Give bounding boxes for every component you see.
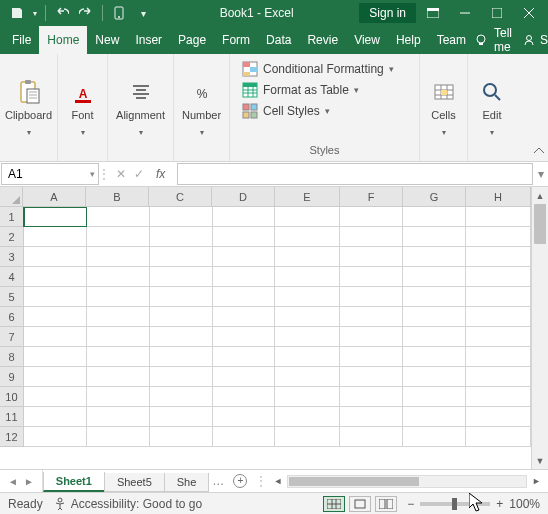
cell[interactable] <box>466 347 531 367</box>
cell[interactable] <box>403 207 466 227</box>
save-dropdown-icon[interactable]: ▾ <box>30 2 40 24</box>
new-sheet-button[interactable]: + <box>230 470 250 492</box>
cell[interactable] <box>403 347 466 367</box>
row-header[interactable]: 8 <box>0 347 24 367</box>
collapse-ribbon-icon[interactable] <box>532 144 546 158</box>
cell[interactable] <box>275 307 340 327</box>
editing-button[interactable]: Edit▾ <box>475 77 509 138</box>
cell[interactable] <box>150 387 213 407</box>
cell[interactable] <box>275 427 340 447</box>
tab-inser[interactable]: Inser <box>127 26 170 54</box>
cell[interactable] <box>24 427 87 447</box>
number-button[interactable]: % Number▾ <box>178 77 225 138</box>
cell[interactable] <box>87 367 150 387</box>
column-header[interactable]: F <box>340 187 403 207</box>
cells-button[interactable]: Cells▾ <box>427 77 461 138</box>
cell[interactable] <box>403 367 466 387</box>
cell[interactable] <box>275 387 340 407</box>
cell[interactable] <box>24 307 87 327</box>
cell[interactable] <box>340 387 403 407</box>
normal-view-icon[interactable] <box>323 496 345 512</box>
column-header[interactable]: E <box>275 187 340 207</box>
cell[interactable] <box>150 347 213 367</box>
tellme-label[interactable]: Tell me <box>494 26 516 54</box>
cell[interactable] <box>150 427 213 447</box>
cell[interactable] <box>340 207 403 227</box>
cell[interactable] <box>403 307 466 327</box>
zoom-slider[interactable] <box>420 502 490 506</box>
cell[interactable] <box>403 327 466 347</box>
cell[interactable] <box>403 387 466 407</box>
row-header[interactable]: 7 <box>0 327 24 347</box>
column-header[interactable]: D <box>212 187 275 207</box>
cell[interactable] <box>213 267 276 287</box>
sheet-tab[interactable]: Sheet1 <box>43 472 105 492</box>
tellme-bulb-icon[interactable] <box>474 31 488 49</box>
name-box-input[interactable] <box>8 167 92 181</box>
formula-input[interactable] <box>177 163 533 185</box>
cell[interactable] <box>150 407 213 427</box>
cell[interactable] <box>24 207 87 227</box>
cell[interactable] <box>24 267 87 287</box>
cell[interactable] <box>403 227 466 247</box>
cell[interactable] <box>466 367 531 387</box>
save-icon[interactable] <box>6 2 28 24</box>
zoom-out-icon[interactable]: − <box>407 497 414 511</box>
cell[interactable] <box>403 287 466 307</box>
font-button[interactable]: A Font▾ <box>66 77 100 138</box>
cell[interactable] <box>213 247 276 267</box>
cell[interactable] <box>213 367 276 387</box>
page-break-view-icon[interactable] <box>375 496 397 512</box>
cell[interactable] <box>24 227 87 247</box>
cell[interactable] <box>340 247 403 267</box>
scroll-up-icon[interactable]: ▲ <box>532 187 548 204</box>
cell[interactable] <box>466 267 531 287</box>
cell[interactable] <box>213 207 276 227</box>
cell[interactable] <box>87 287 150 307</box>
cell[interactable] <box>150 367 213 387</box>
cell[interactable] <box>340 407 403 427</box>
close-icon[interactable] <box>514 0 544 26</box>
page-layout-view-icon[interactable] <box>349 496 371 512</box>
cell[interactable] <box>213 227 276 247</box>
cell[interactable] <box>466 207 531 227</box>
maximize-icon[interactable] <box>482 0 512 26</box>
horizontal-scroll-thumb[interactable] <box>289 477 419 486</box>
sheet-nav-prev-icon[interactable]: ◄ <box>8 476 18 487</box>
scroll-down-icon[interactable]: ▼ <box>532 452 548 469</box>
cell[interactable] <box>213 427 276 447</box>
alignment-button[interactable]: Alignment▾ <box>112 77 169 138</box>
cell[interactable] <box>340 427 403 447</box>
tab-revie[interactable]: Revie <box>299 26 346 54</box>
cell[interactable] <box>150 227 213 247</box>
name-box-dropdown-icon[interactable]: ▾ <box>90 169 95 179</box>
paste-button[interactable]: Clipboard▾ <box>1 77 56 138</box>
redo-icon[interactable] <box>75 2 97 24</box>
cell[interactable] <box>466 327 531 347</box>
cell[interactable] <box>213 327 276 347</box>
vertical-scroll-thumb[interactable] <box>534 204 546 244</box>
row-header[interactable]: 1 <box>0 207 24 227</box>
cell[interactable] <box>275 347 340 367</box>
cell[interactable] <box>403 247 466 267</box>
cell[interactable] <box>87 267 150 287</box>
format-as-table-button[interactable]: Format as Table▾ <box>240 81 409 99</box>
cell[interactable] <box>275 227 340 247</box>
column-header[interactable]: G <box>403 187 466 207</box>
share-button[interactable]: Sha <box>522 33 548 47</box>
cell[interactable] <box>150 307 213 327</box>
row-header[interactable]: 2 <box>0 227 24 247</box>
row-header[interactable]: 9 <box>0 367 24 387</box>
row-header[interactable]: 11 <box>0 407 24 427</box>
cell[interactable] <box>24 367 87 387</box>
tab-file[interactable]: File <box>4 26 39 54</box>
column-header[interactable]: H <box>466 187 531 207</box>
cell[interactable] <box>24 247 87 267</box>
cell[interactable] <box>24 347 87 367</box>
cell-styles-button[interactable]: Cell Styles▾ <box>240 102 409 120</box>
cell[interactable] <box>275 367 340 387</box>
cell[interactable] <box>403 427 466 447</box>
accessibility-status[interactable]: Accessibility: Good to go <box>53 497 202 511</box>
cell[interactable] <box>275 407 340 427</box>
undo-icon[interactable] <box>51 2 73 24</box>
